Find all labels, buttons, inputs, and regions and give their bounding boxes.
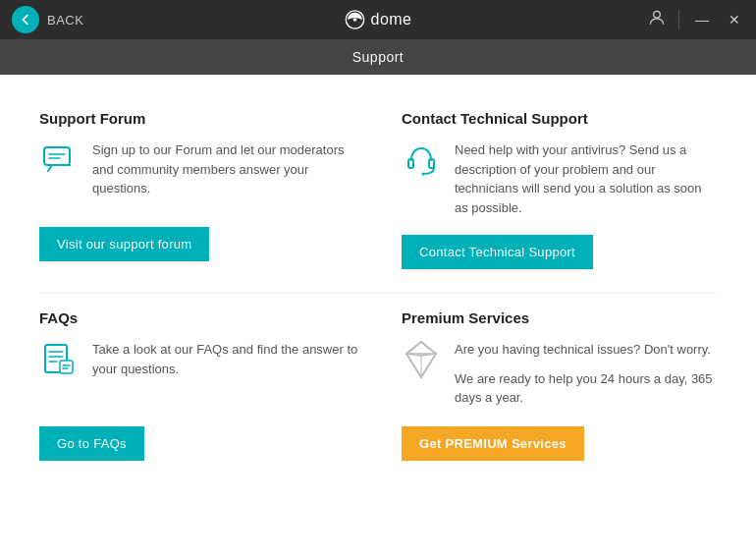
title-bar-divider — [678, 10, 679, 29]
support-forum-body: Sign up to our Forum and let our moderat… — [39, 140, 362, 209]
faqs-body: Take a look at our FAQs and find the ans… — [39, 340, 362, 409]
contact-support-body: Need help with your antivirus? Send us a… — [402, 140, 717, 217]
close-button[interactable]: ✕ — [725, 10, 744, 29]
svg-point-8 — [422, 173, 425, 176]
faqs-section: FAQs Take a look at our FAQs and find th… — [39, 298, 378, 480]
support-forum-section: Support Forum Sign up to our Forum and l… — [39, 98, 378, 289]
faqs-description: Take a look at our FAQs and find the ans… — [92, 340, 362, 378]
support-forum-description: Sign up to our Forum and let our moderat… — [92, 140, 362, 198]
contact-support-button[interactable]: Contact Technical Support — [402, 235, 593, 269]
title-bar-left: BACK — [12, 6, 83, 33]
contact-support-section: Contact Technical Support Need help with… — [378, 98, 717, 289]
row-divider — [39, 293, 717, 294]
faqs-title: FAQs — [39, 309, 362, 326]
contact-support-description: Need help with your antivirus? Send us a… — [455, 140, 717, 217]
sub-header: Support — [0, 39, 756, 75]
premium-description-2: We are ready to help you 24 hours a day,… — [455, 369, 717, 408]
title-bar-logo: dome — [344, 9, 411, 30]
faq-icon — [39, 340, 79, 379]
minimize-button[interactable]: — — [691, 10, 713, 29]
title-bar: BACK dome — ✕ — [0, 0, 756, 39]
visit-forum-button[interactable]: Visit our support forum — [39, 227, 209, 261]
title-bar-controls: — ✕ — [647, 8, 744, 32]
svg-point-2 — [654, 11, 661, 18]
svg-point-1 — [353, 18, 357, 22]
premium-body: Are you having technical issues? Don't w… — [402, 340, 717, 409]
svg-rect-13 — [60, 361, 73, 373]
back-button[interactable] — [12, 6, 39, 33]
premium-description-1: Are you having technical issues? Don't w… — [455, 340, 717, 360]
contact-support-title: Contact Technical Support — [402, 110, 717, 127]
support-forum-title: Support Forum — [39, 110, 362, 127]
premium-description: Are you having technical issues? Don't w… — [455, 340, 717, 408]
user-account-icon[interactable] — [647, 8, 667, 32]
back-label: BACK — [47, 13, 83, 28]
svg-rect-3 — [44, 147, 70, 165]
premium-section: Premium Services Are you having technica… — [378, 298, 717, 480]
sub-header-title: Support — [352, 49, 405, 65]
get-premium-button[interactable]: Get PREMIUM Services — [402, 426, 584, 461]
go-to-faqs-button[interactable]: Go to FAQs — [39, 426, 144, 461]
diamond-icon — [402, 340, 441, 379]
dome-logo-icon — [344, 9, 365, 30]
main-content: Support Forum Sign up to our Forum and l… — [0, 75, 756, 560]
dome-logo-text: dome — [370, 11, 411, 28]
headset-icon — [402, 140, 441, 180]
chat-icon — [39, 140, 79, 180]
premium-title: Premium Services — [402, 309, 717, 326]
support-grid: Support Forum Sign up to our Forum and l… — [39, 98, 717, 480]
dome-logo: dome — [344, 9, 411, 30]
